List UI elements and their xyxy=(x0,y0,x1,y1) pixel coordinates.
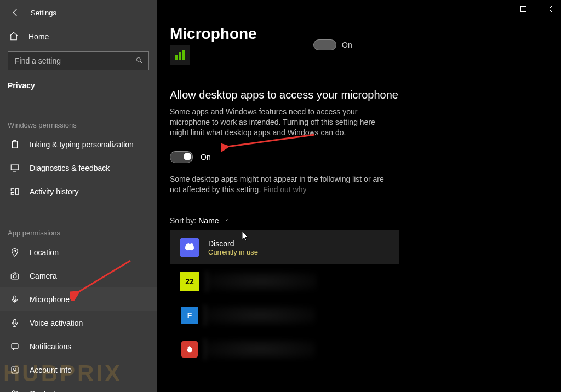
toggle-label: On xyxy=(201,153,211,162)
app-row[interactable]: F xyxy=(170,298,399,332)
sidebar-item-account[interactable]: Account info xyxy=(0,358,157,382)
app-name: Discord xyxy=(208,239,258,248)
sidebar-item-label: Activity history xyxy=(30,187,78,196)
sidebar-item-label: Notifications xyxy=(30,342,71,351)
sidebar-item-contacts[interactable]: Contacts xyxy=(0,382,157,392)
sidebar-home[interactable]: Home xyxy=(0,25,157,48)
svg-point-9 xyxy=(13,274,16,278)
sidebar-item-label: Inking & typing personalization xyxy=(30,140,134,149)
voice-icon xyxy=(9,318,21,328)
svg-rect-11 xyxy=(14,319,16,324)
sidebar-item-label: Account info xyxy=(30,366,72,374)
desktop-apps-toggle[interactable] xyxy=(170,151,193,163)
svg-rect-17 xyxy=(520,6,526,11)
maximize-button[interactable] xyxy=(511,0,536,18)
home-icon xyxy=(9,31,21,43)
sidebar-item-inking[interactable]: Inking & typing personalization xyxy=(0,132,157,156)
sidebar-item-notifications[interactable]: Notifications xyxy=(0,335,157,358)
svg-rect-5 xyxy=(11,192,14,194)
notification-icon xyxy=(9,342,21,351)
app-row-discord[interactable]: Discord Currently in use xyxy=(170,230,399,264)
xbox-game-bar-icon xyxy=(170,45,190,65)
search-icon xyxy=(135,56,143,66)
previous-app-row: On xyxy=(170,43,548,67)
location-icon xyxy=(9,247,21,257)
sidebar-item-voice[interactable]: Voice activation xyxy=(0,311,157,335)
sidebar-item-activity[interactable]: Activity history xyxy=(0,180,157,203)
svg-point-0 xyxy=(136,57,140,61)
svg-rect-6 xyxy=(16,188,19,194)
find-out-why-link[interactable]: Find out why xyxy=(263,185,306,194)
category-label: Privacy xyxy=(0,76,157,95)
svg-rect-3 xyxy=(11,165,19,170)
sidebar-item-diagnostics[interactable]: Diagnostics & feedback xyxy=(0,156,157,180)
svg-rect-4 xyxy=(11,188,14,191)
home-label: Home xyxy=(28,32,49,41)
microphone-icon xyxy=(9,295,21,304)
note-text: Some desktop apps might not appear in th… xyxy=(170,174,389,195)
sidebar-item-label: Location xyxy=(30,248,59,257)
desktop-apps-list: Discord Currently in use 22 F xyxy=(170,230,548,366)
app-row[interactable] xyxy=(170,332,399,366)
chevron-down-icon xyxy=(222,216,229,225)
tile-text: 22 xyxy=(185,277,194,286)
redacted-label xyxy=(204,339,315,359)
svg-rect-10 xyxy=(14,296,16,300)
close-button[interactable] xyxy=(536,0,561,18)
section-title: Allow desktop apps to access your microp… xyxy=(170,89,548,101)
discord-icon xyxy=(180,238,199,257)
minimize-button[interactable] xyxy=(485,0,511,18)
app-row[interactable]: 22 xyxy=(170,264,399,298)
tile-text: F xyxy=(187,311,192,320)
svg-point-7 xyxy=(14,250,16,252)
svg-point-14 xyxy=(14,368,16,371)
account-icon xyxy=(9,365,21,375)
sidebar-item-location[interactable]: Location xyxy=(0,240,157,264)
sort-value: Name xyxy=(198,216,219,225)
main-panel: Microphone On Allow desktop apps to acce… xyxy=(157,0,561,392)
sidebar-item-label: Voice activation xyxy=(30,319,83,327)
group-app-permissions: App permissions xyxy=(0,217,157,240)
app-tile-icon xyxy=(181,341,198,358)
contacts-icon xyxy=(9,389,21,393)
back-button[interactable] xyxy=(8,5,23,20)
sidebar-item-label: Diagnostics & feedback xyxy=(30,164,110,172)
sidebar-item-label: Camera xyxy=(30,272,57,280)
sort-by-dropdown[interactable]: Sort by: Name xyxy=(170,216,548,225)
previous-app-toggle[interactable] xyxy=(313,39,336,50)
redacted-label xyxy=(204,305,315,325)
app-status: Currently in use xyxy=(208,248,258,256)
svg-rect-12 xyxy=(12,343,18,348)
camera-icon xyxy=(9,271,21,281)
section-description: Some apps and Windows features need to a… xyxy=(170,107,389,138)
sort-label: Sort by: xyxy=(170,216,196,225)
previous-toggle-label: On xyxy=(342,41,352,49)
sidebar-item-camera[interactable]: Camera xyxy=(0,264,157,287)
clipboard-icon xyxy=(9,140,21,149)
group-windows-permissions: Windows permissions xyxy=(0,109,157,132)
app-tile-icon: 22 xyxy=(180,272,199,291)
redacted-label xyxy=(206,272,317,291)
sidebar-item-microphone[interactable]: Microphone xyxy=(0,287,157,311)
page-title: Microphone xyxy=(170,25,548,43)
sidebar-item-label: Contacts xyxy=(30,389,60,393)
search-input[interactable] xyxy=(14,56,125,66)
sidebar-item-label: Microphone xyxy=(30,295,70,304)
app-tile-icon: F xyxy=(181,307,198,324)
history-icon xyxy=(9,187,21,197)
search-box[interactable] xyxy=(8,51,149,70)
feedback-icon xyxy=(9,163,21,173)
window-title: Settings xyxy=(31,9,56,17)
settings-sidebar: Settings Home Privacy Windows permission… xyxy=(0,0,157,392)
window-controls xyxy=(313,0,561,18)
